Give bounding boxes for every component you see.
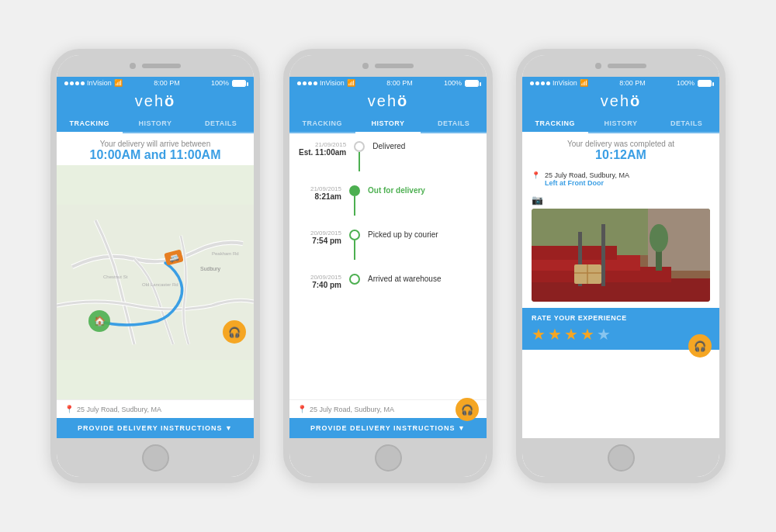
history-item-3: 20/09/2015 7:54 pm Picked up by courier	[299, 230, 477, 260]
tabs-3: TRACKING HISTORY DETAILS	[522, 115, 719, 133]
location-text-2: 25 July Road, Sudbury, MA	[310, 406, 394, 413]
front-camera-2	[362, 63, 369, 69]
home-button-2[interactable]	[375, 444, 402, 472]
front-camera-1	[130, 63, 136, 69]
battery-pct-1: 100%	[211, 79, 229, 87]
carrier-1: InVision	[87, 79, 112, 87]
tab-tracking-2[interactable]: TRACKING	[289, 115, 355, 133]
time-1: 8:00 PM	[154, 79, 180, 87]
wifi-icon-1: 📶	[114, 79, 123, 87]
address-pin-icon: 📍	[532, 171, 540, 179]
speaker-1	[142, 64, 181, 68]
hist-hour-3: 7:54 pm	[299, 237, 341, 245]
address-line: 25 July Road, Sudbury, MA	[545, 171, 629, 179]
star-2[interactable]: ★	[548, 325, 562, 344]
hist-line-3	[354, 240, 355, 260]
wifi-icon-2: 📶	[347, 79, 355, 87]
status-bar-1: InVision 📶 8:00 PM 100%	[57, 77, 254, 89]
tab-tracking-3[interactable]: TRACKING	[522, 115, 588, 133]
phone-bottom-3	[522, 438, 719, 477]
app-logo-1: vehö	[57, 92, 254, 110]
support-button-1[interactable]: 🎧	[223, 320, 246, 344]
history-item-2: 21/09/2015 8:21am Out for delivery	[299, 185, 477, 216]
hist-date-2: 21/09/2015	[299, 185, 341, 192]
phone-top-2	[289, 55, 487, 77]
wifi-icon-3: 📶	[580, 79, 588, 87]
hist-label-2: Out for delivery	[368, 185, 425, 195]
tracking-time-1: 10:00AM and 11:00AM	[64, 148, 246, 162]
speaker-2	[375, 64, 414, 68]
svg-text:🏠: 🏠	[94, 315, 106, 326]
svg-rect-16	[601, 224, 605, 286]
camera-icon: 📷	[532, 195, 543, 206]
app-logo-2: vehö	[289, 92, 487, 110]
support-button-3[interactable]: 🎧	[688, 334, 712, 358]
hist-line-1	[359, 152, 360, 171]
star-3[interactable]: ★	[564, 325, 578, 344]
hist-circle-4	[349, 274, 360, 285]
tab-history-2[interactable]: HISTORY	[355, 115, 421, 133]
home-button-3[interactable]	[608, 444, 635, 472]
svg-text:Sudbury: Sudbury	[200, 266, 221, 272]
history-content: 21/09/2015 Est. 11:00am Delivered 21/09/…	[289, 133, 487, 399]
star-5[interactable]: ★	[597, 325, 611, 344]
screen-2: InVision 📶 8:00 PM 100% vehö TRACKING HI…	[289, 77, 487, 438]
screen-1: InVision 📶 8:00 PM 100% vehö TRACKING HI…	[57, 77, 254, 438]
status-bar-3: InVision 📶 8:00 PM 100%	[522, 77, 719, 89]
front-camera-3	[595, 63, 601, 69]
app-logo-3: vehö	[522, 92, 719, 110]
tab-history-1[interactable]: HISTORY	[123, 115, 189, 133]
status-bar-2: InVision 📶 8:00 PM 100%	[289, 77, 487, 89]
tabs-2: TRACKING HISTORY DETAILS	[289, 115, 487, 133]
map-1: 🏠 🚐 Sudbury Old Lancaster Rd Chestnut St…	[57, 165, 254, 399]
phone-bottom-1	[57, 438, 254, 477]
star-1[interactable]: ★	[532, 325, 546, 344]
tab-details-3[interactable]: DETAILS	[653, 115, 719, 133]
tab-details-2[interactable]: DETAILS	[421, 115, 487, 133]
delivery-instructions-btn-1[interactable]: PROVIDE DELIVERY INSTRUCTIONS ▼	[57, 418, 254, 438]
phone-bottom-2	[289, 438, 487, 477]
svg-text:Chestnut St: Chestnut St	[103, 275, 128, 279]
location-bar-1: 📍 25 July Road, Sudbury, MA	[57, 399, 254, 418]
phone-top-1	[57, 55, 254, 77]
star-4[interactable]: ★	[580, 325, 594, 344]
tabs-1: TRACKING HISTORY DETAILS	[57, 115, 254, 133]
details-header: Your delivery was completed at 10:12AM	[522, 133, 719, 165]
hist-circle-3	[349, 230, 360, 240]
carrier-3: InVision	[553, 79, 577, 87]
hist-label-4: Arrived at warehouse	[368, 274, 442, 283]
hist-hour-2: 8:21am	[299, 192, 341, 201]
address-link[interactable]: Left at Front Door	[545, 179, 629, 187]
support-button-2[interactable]: 🎧	[456, 398, 479, 421]
battery-icon-2	[465, 80, 479, 87]
battery-icon-3	[698, 80, 712, 87]
hist-line-2	[354, 196, 355, 216]
tracking-header-1: Your delivery will arrive between 10:00A…	[57, 133, 254, 165]
phone-3: InVision 📶 8:00 PM 100% vehö TRACKING HI…	[516, 49, 726, 483]
speaker-3	[608, 64, 646, 68]
tab-history-3[interactable]: HISTORY	[588, 115, 654, 133]
svg-text:Peakham Rd: Peakham Rd	[212, 251, 239, 256]
app-header-1: vehö	[57, 89, 254, 115]
svg-text:Old Lancaster Rd: Old Lancaster Rd	[142, 282, 178, 287]
phone-1: InVision 📶 8:00 PM 100% vehö TRACKING HI…	[50, 49, 260, 483]
hist-label-1: Delivered	[372, 141, 405, 150]
location-pin-icon-2: 📍	[297, 405, 307, 413]
history-item-4: 20/09/2015 7:40 pm Arrived at warehouse	[299, 274, 477, 289]
history-item-1: 21/09/2015 Est. 11:00am Delivered	[299, 141, 477, 171]
stars-container[interactable]: ★ ★ ★ ★ ★	[532, 325, 710, 344]
hist-circle-1	[354, 141, 365, 152]
app-header-3: vehö	[522, 89, 719, 115]
tab-tracking-1[interactable]: TRACKING	[57, 115, 123, 133]
details-subtitle: Your delivery was completed at	[530, 140, 712, 148]
details-address: 📍 25 July Road, Sudbury, MA Left at Fron…	[522, 165, 719, 193]
time-2: 8:00 PM	[386, 79, 413, 87]
hist-date-4: 20/09/2015	[299, 274, 341, 281]
location-text-1: 25 July Road, Sudbury, MA	[77, 406, 161, 413]
home-button-1[interactable]	[142, 444, 169, 472]
details-time: 10:12AM	[530, 148, 712, 162]
delivery-instructions-btn-2[interactable]: PROVIDE DELIVERY INSTRUCTIONS ▼	[289, 418, 487, 438]
tab-details-1[interactable]: DETAILS	[188, 115, 254, 133]
map-svg-1: 🏠 🚐 Sudbury Old Lancaster Rd Chestnut St…	[57, 165, 254, 399]
svg-point-22	[650, 224, 668, 252]
